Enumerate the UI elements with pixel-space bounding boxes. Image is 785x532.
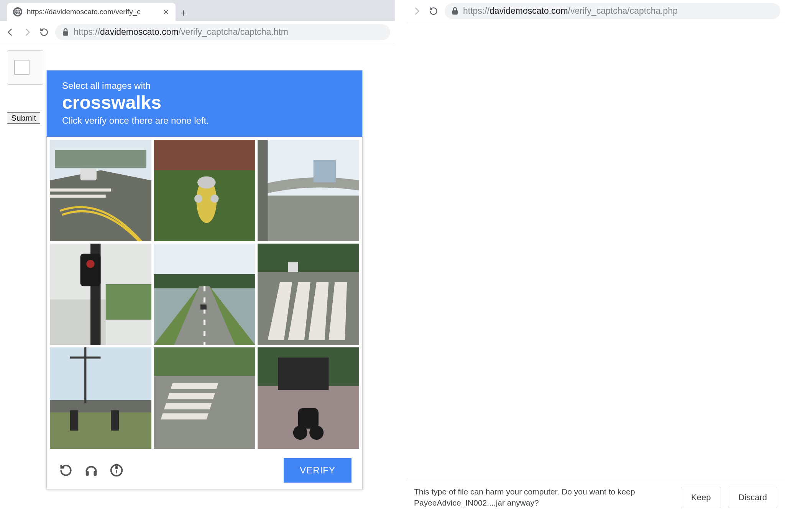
svg-rect-18 [258,140,268,241]
svg-rect-49 [168,393,215,399]
lock-icon [452,7,458,15]
browser-toolbar: https://davidemoscato.com/verify_captcha… [406,0,785,22]
captcha-footer: VERIFY [47,452,362,489]
svg-marker-4 [50,170,151,242]
svg-rect-22 [80,254,101,286]
lock-icon [62,28,69,36]
captcha-target-word: crosswalks [62,92,347,113]
tab-strip: https://davidemoscato.com/verify_c [0,0,395,21]
svg-rect-50 [164,403,212,409]
svg-point-12 [197,176,216,188]
svg-point-14 [210,195,218,203]
svg-rect-63 [452,10,458,15]
captcha-tile[interactable] [154,244,255,345]
download-warning-text: This type of file can harm your computer… [414,486,674,508]
reload-icon[interactable] [428,5,439,17]
reload-icon[interactable] [57,462,74,479]
verify-button[interactable]: VERIFY [284,458,351,483]
svg-rect-40 [50,408,151,449]
svg-rect-24 [106,284,151,320]
submit-button[interactable]: Submit [7,112,40,124]
svg-rect-58 [86,471,89,476]
url-text: https://davidemoscato.com/verify_captcha… [463,6,678,16]
browser-window-right: https://davidemoscato.com/verify_captcha… [406,0,785,22]
svg-rect-6 [50,195,106,198]
info-icon[interactable] [108,462,125,479]
captcha-instruction-2: Click verify once there are none left. [62,115,347,126]
recaptcha-anchor[interactable] [7,50,43,85]
reload-icon[interactable] [38,26,50,38]
captcha-challenge: Select all images with crosswalks Click … [46,70,363,489]
address-bar[interactable]: https://davidemoscato.com/verify_captcha… [445,3,780,19]
svg-rect-31 [200,304,207,309]
svg-rect-42 [70,410,78,431]
keep-button[interactable]: Keep [681,487,721,508]
url-text: https://davidemoscato.com/verify_captcha… [74,27,288,37]
svg-rect-59 [94,471,97,476]
svg-rect-26 [154,274,255,288]
close-icon[interactable] [163,8,169,15]
svg-rect-41 [50,400,151,413]
captcha-instruction-1: Select all images with [62,80,347,91]
svg-rect-10 [154,140,255,170]
captcha-image-grid [47,137,362,452]
svg-point-23 [86,260,94,268]
browser-toolbar: https://davidemoscato.com/verify_captcha… [0,21,395,43]
svg-rect-32 [258,244,359,276]
captcha-header: Select all images with crosswalks Click … [47,70,362,137]
captcha-tile[interactable] [154,347,255,449]
tab-title: https://davidemoscato.com/verify_c [27,8,158,16]
globe-icon [13,7,22,16]
svg-rect-8 [55,150,146,169]
captcha-tile[interactable] [258,347,359,449]
forward-icon[interactable] [21,26,33,38]
svg-rect-17 [314,160,336,182]
download-shelf: This type of file can harm your computer… [406,481,785,514]
back-icon[interactable] [5,26,16,38]
address-bar[interactable]: https://davidemoscato.com/verify_captcha… [55,24,390,40]
captcha-tile[interactable] [258,244,359,345]
svg-rect-43 [111,410,119,431]
svg-rect-7 [80,168,97,180]
forward-icon[interactable] [411,5,422,17]
svg-rect-1 [63,31,68,36]
svg-rect-48 [171,383,218,389]
svg-rect-46 [154,347,255,378]
captcha-tile[interactable] [50,244,151,345]
recaptcha-checkbox[interactable] [14,60,30,75]
captcha-tile[interactable] [154,140,255,241]
svg-rect-51 [161,413,208,419]
svg-point-13 [194,195,202,203]
captcha-tile[interactable] [50,140,151,241]
svg-rect-57 [298,408,319,429]
discard-button[interactable]: Discard [728,487,777,508]
captcha-tile[interactable] [258,140,359,241]
new-tab-button[interactable] [176,5,192,21]
svg-point-62 [116,467,117,468]
svg-rect-5 [50,188,111,192]
svg-rect-54 [278,358,329,390]
svg-rect-39 [50,347,151,408]
audio-icon[interactable] [83,462,100,479]
svg-rect-16 [258,196,359,241]
svg-rect-38 [288,262,299,272]
browser-tab[interactable]: https://davidemoscato.com/verify_c [7,3,176,21]
captcha-tile[interactable] [50,347,151,449]
